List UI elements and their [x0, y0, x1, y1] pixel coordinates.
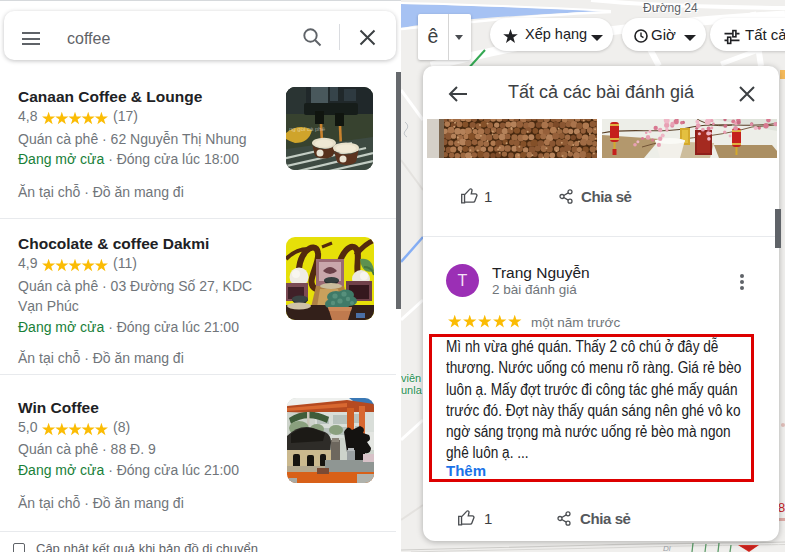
svg-text:8: 8 — [778, 500, 785, 515]
svg-text:ng gol cà phê: ng gol cà phê — [289, 126, 326, 132]
svg-text:Di: Di — [663, 544, 671, 552]
